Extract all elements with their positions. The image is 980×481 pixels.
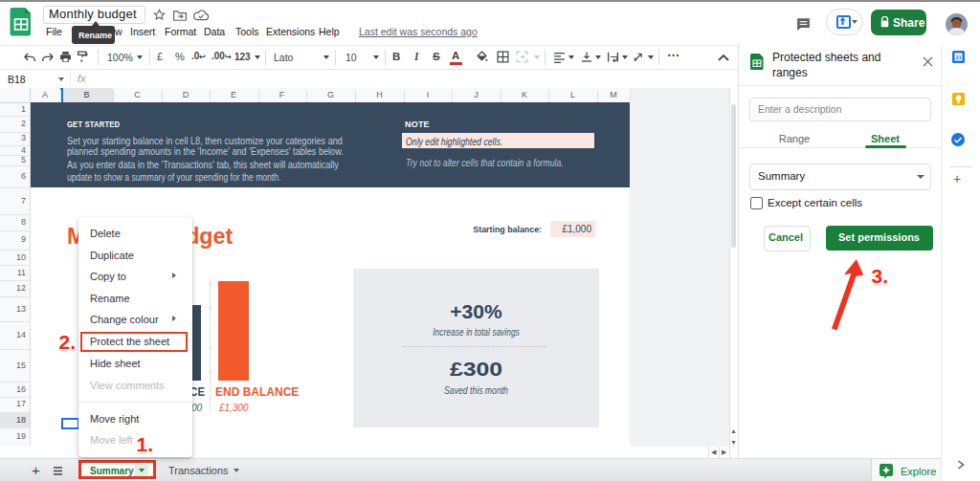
svg-text:31: 31 [955,55,962,60]
